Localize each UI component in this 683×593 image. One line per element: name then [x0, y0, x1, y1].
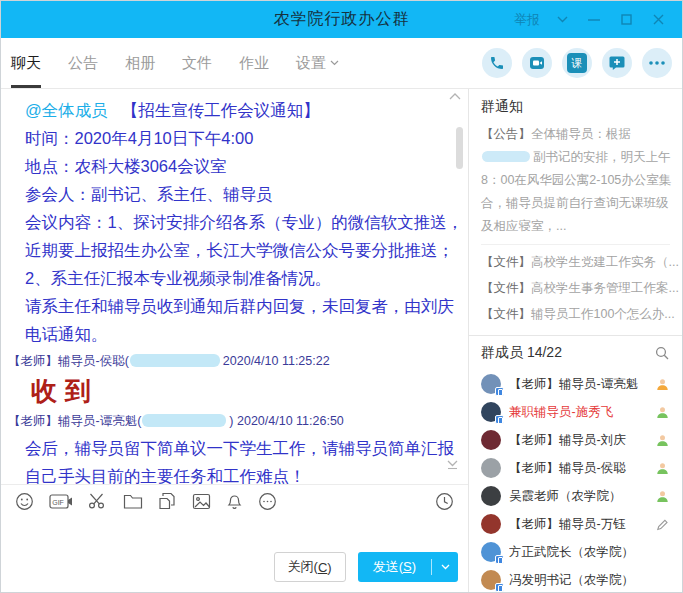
group-chat-window: 农学院行政办公群 举报 聊天 公告 相册 文件 作业 设置 [0, 0, 683, 593]
member-row[interactable]: 兼职辅导员-施秀飞 [481, 398, 682, 426]
emoji-icon[interactable] [15, 492, 34, 511]
chevron-down-icon [330, 60, 339, 66]
notice-line: @全体成员【招生宣传工作会议通知】 [1, 96, 468, 124]
mobile-online-badge-icon [495, 415, 504, 424]
member-name: 【老师】辅导员-谭亮魁 [509, 376, 650, 393]
message-input[interactable] [1, 517, 468, 550]
status-online-icon [656, 462, 669, 475]
member-row[interactable]: 吴霞老师（农学院） [481, 482, 682, 510]
title-bar: 农学院行政办公群 举报 [1, 1, 682, 38]
screenshot-scissors-icon[interactable] [88, 492, 108, 510]
mobile-online-badge-icon [495, 387, 504, 396]
message-history[interactable]: @全体成员【招生宣传工作会议通知】 时间：2020年4月10日下午4:00 地点… [1, 89, 468, 484]
file-folder-icon[interactable] [123, 493, 143, 510]
notification-bell-icon[interactable] [226, 492, 243, 510]
member-row[interactable]: 【老师】辅导员-谭亮魁 [481, 370, 682, 398]
member-row[interactable]: 【老师】辅导员-刘庆 [481, 426, 682, 454]
avatar [481, 430, 501, 450]
avatar [481, 570, 501, 590]
image-icon[interactable] [192, 493, 211, 510]
collapse-notice-icon[interactable] [449, 92, 461, 100]
announcement-item[interactable]: 【公告】全体辅导员：根据副书记的安排，明天上午8：00在风华园公寓2-105办公… [481, 123, 682, 238]
maximize-button[interactable] [610, 1, 642, 38]
notice-line: 电话通知。 [1, 320, 468, 348]
message-body-line: 自己手头目前的主要任务和工作难点！ [1, 462, 468, 484]
tab-announcement[interactable]: 公告 [68, 38, 98, 88]
close-button[interactable] [642, 1, 674, 38]
chevron-down-icon[interactable] [546, 1, 578, 38]
message-body-line: 会后，辅导员留下简单议一下学生工作，请辅导员简单汇报 [1, 434, 468, 462]
avatar [481, 402, 501, 422]
report-button[interactable]: 举报 [508, 11, 546, 29]
avatar [481, 486, 501, 506]
search-icon[interactable] [655, 346, 669, 360]
send-options-chevron-icon[interactable] [432, 564, 458, 570]
class-badge: 课 [567, 53, 587, 73]
send-button[interactable]: 发送(S) [358, 552, 458, 582]
mobile-online-badge-icon [495, 555, 504, 564]
members-header: 群成员 14/22 [481, 344, 562, 362]
new-chat-button[interactable] [602, 48, 632, 78]
notice-line: 请系主任和辅导员收到通知后群内回复，未回复者，由刘庆 [1, 292, 468, 320]
mention-all[interactable]: @全体成员 [25, 101, 108, 119]
avatar [481, 514, 501, 534]
status-away-icon [656, 378, 669, 391]
notice-line: 2、系主任汇报本专业视频录制准备情况。 [1, 264, 468, 292]
group-notice-header: 群通知 [481, 98, 682, 116]
status-online-icon [656, 434, 669, 447]
svg-text:GIF: GIF [52, 498, 64, 505]
member-name: 方正武院长（农学院） [509, 544, 669, 561]
message-body-stamp: 收到 [1, 374, 468, 408]
tab-homework[interactable]: 作业 [239, 38, 269, 88]
member-row[interactable]: 冯发明书记（农学院） [481, 566, 682, 592]
avatar [481, 542, 501, 562]
member-name: 兼职辅导员-施秀飞 [509, 404, 650, 421]
status-online-icon [656, 490, 669, 503]
member-row[interactable]: 【老师】辅导员-万钰 [481, 510, 682, 538]
redacted-blur [482, 151, 530, 162]
avatar [481, 458, 501, 478]
file-assistant-icon[interactable] [158, 492, 177, 510]
gif-hotimage-icon[interactable]: GIF [49, 493, 73, 510]
tab-album[interactable]: 相册 [125, 38, 155, 88]
member-row[interactable]: 【老师】辅导员-侯聪 [481, 454, 682, 482]
message-sender: 【老师】辅导员-谭亮魁() 2020/4/10 11:26:50 [1, 408, 468, 434]
close-chat-button[interactable]: 关闭(C) [274, 552, 346, 582]
minimize-button[interactable] [578, 1, 610, 38]
redacted-blur [130, 354, 220, 367]
voice-call-button[interactable] [482, 48, 512, 78]
more-tools-icon[interactable] [258, 492, 277, 511]
notice-line: 会议内容：1、探讨安排介绍各系（专业）的微信软文推送， [1, 208, 468, 236]
input-toolbar: GIF [1, 484, 468, 517]
divider [481, 244, 670, 245]
notice-line: 近期要上报招生办公室，长江大学微信公众号要分批推送； [1, 236, 468, 264]
member-row[interactable]: 方正武院长（农学院） [481, 538, 682, 566]
tab-bar: 聊天 公告 相册 文件 作业 设置 课 [1, 38, 682, 89]
message-time: 2020/4/10 11:26:50 [237, 414, 344, 428]
chat-scrollbar[interactable] [456, 127, 463, 169]
tab-settings[interactable]: 设置 [296, 38, 339, 88]
more-actions-button[interactable] [642, 48, 672, 78]
tab-files[interactable]: 文件 [182, 38, 212, 88]
status-editing-pencil-icon [656, 518, 669, 531]
member-name: 【老师】辅导员-刘庆 [509, 432, 650, 449]
message-time: 2020/4/10 11:25:22 [223, 354, 330, 368]
avatar [481, 374, 501, 394]
file-item[interactable]: 【文件】高校学生党建工作实务（... [481, 249, 682, 275]
mobile-online-badge-icon [495, 583, 504, 592]
group-sidebar: 群通知 【公告】全体辅导员：根据副书记的安排，明天上午8：00在风华园公寓2-1… [469, 89, 682, 592]
status-online-icon [656, 406, 669, 419]
member-name: 吴霞老师（农学院） [509, 488, 650, 505]
message-history-icon[interactable] [435, 492, 454, 511]
file-item[interactable]: 【文件】辅导员工作100个怎么办... [481, 301, 682, 327]
video-call-button[interactable] [522, 48, 552, 78]
notice-line: 时间：2020年4月10日下午4:00 [1, 124, 468, 152]
member-name: 【老师】辅导员-侯聪 [509, 460, 650, 477]
message-sender: 【老师】辅导员-侯聪(2020/4/10 11:25:22 [1, 348, 468, 374]
tab-chat[interactable]: 聊天 [11, 38, 41, 88]
scroll-to-bottom-icon[interactable] [446, 460, 459, 470]
class-button[interactable]: 课 [562, 48, 592, 78]
file-item[interactable]: 【文件】高校学生事务管理工作案... [481, 275, 682, 301]
send-actions: 关闭(C) 发送(S) [1, 550, 468, 592]
divider [469, 335, 682, 336]
